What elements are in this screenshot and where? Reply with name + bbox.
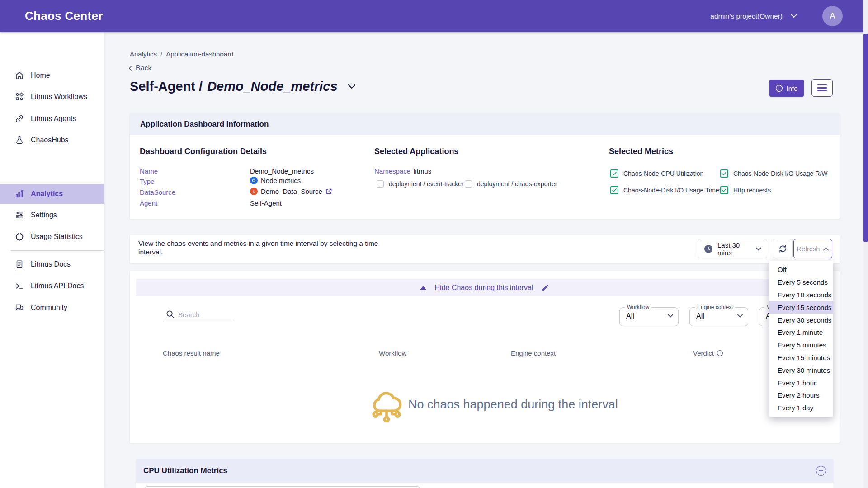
sidebar-item-home[interactable]: Home <box>0 66 104 85</box>
engine-context-filter-label: Engine context <box>695 304 735 310</box>
checkbox-checked[interactable] <box>720 169 728 178</box>
sidebar-item-label: Litmus API Docs <box>31 282 84 290</box>
cpu-metrics-panel <box>143 486 421 488</box>
checkbox-checked[interactable] <box>610 169 618 178</box>
sidebar-item-litmus-workflows[interactable]: Litmus Workflows <box>0 87 104 107</box>
sidebar-item-community[interactable]: Community <box>0 298 104 318</box>
metric-option-label: Http requests <box>733 187 771 194</box>
menu-item-every-30-minutes[interactable]: Every 30 minutes <box>769 364 833 376</box>
datasource-value: Demo_Data_Source <box>250 188 332 195</box>
chevron-down-icon <box>668 314 673 318</box>
sidebar-item-litmus-api-docs[interactable]: Litmus API Docs <box>0 276 104 296</box>
sidebar-item-usage-statistics[interactable]: Usage Statistics <box>0 227 104 247</box>
info-button[interactable]: Info <box>769 80 804 97</box>
scrollbar-thumb[interactable] <box>863 34 868 242</box>
interval-description: View the chaos events and metrics in a g… <box>138 239 385 256</box>
metric-option-label: Chaos-Node-Disk I/O Usage R/W <box>733 170 828 177</box>
name-value: Demo_Node_metrics <box>250 167 314 175</box>
workflow-filter-label: Workflow <box>625 304 651 310</box>
project-label: admin's project(Owner) <box>710 12 783 20</box>
external-link-icon[interactable] <box>326 188 332 195</box>
edit-pencil-icon[interactable] <box>542 284 549 291</box>
checkbox-checked[interactable] <box>720 186 728 194</box>
refresh-now-button[interactable] <box>773 239 793 258</box>
checkbox-unchecked[interactable] <box>465 180 472 188</box>
menu-item-every-15-seconds[interactable]: Every 15 seconds <box>769 301 833 314</box>
info-circle-icon <box>775 84 783 92</box>
menu-item-every-5-minutes[interactable]: Every 5 minutes <box>769 339 833 352</box>
empty-state-cloud-icon <box>368 386 405 430</box>
checkbox-checked[interactable] <box>610 186 618 194</box>
avatar[interactable]: A <box>822 6 843 26</box>
menu-item-every-5-seconds[interactable]: Every 5 seconds <box>769 276 833 289</box>
metric-option-label: Chaos-Node-Disk I/O Usage Times <box>623 187 722 194</box>
collapse-triangle-icon <box>420 286 426 290</box>
column-header-engine-context: Engine context <box>511 349 556 357</box>
cpu-metrics-header: CPU Utilization Metrics <box>136 459 833 483</box>
sidebar-item-analytics[interactable]: Analytics <box>0 184 104 204</box>
dashboard-name: Demo_Node_metrics <box>207 79 338 94</box>
column-header-chaos-result-name: Chaos result name <box>163 349 220 357</box>
menu-item-every-1-minute[interactable]: Every 1 minute <box>769 326 833 339</box>
refresh-rate-menu: Off Every 5 seconds Every 10 seconds Eve… <box>769 261 833 417</box>
chevron-left-icon <box>128 65 132 71</box>
hide-chaos-label: Hide Chaos during this interval <box>435 284 533 292</box>
menu-item-every-30-seconds[interactable]: Every 30 seconds <box>769 314 833 326</box>
sidebar-item-label: Community <box>31 304 67 312</box>
verdict-info-icon[interactable] <box>717 350 723 357</box>
chevron-up-icon <box>823 247 829 251</box>
cpu-metrics-title: CPU Utilization Metrics <box>143 466 227 475</box>
application-option-label: deployment / chaos-exporter <box>477 180 557 188</box>
breadcrumb-application-dashboard[interactable]: Application-dashboard <box>166 50 233 58</box>
menu-item-every-1-hour[interactable]: Every 1 hour <box>769 376 833 389</box>
avatar-initial: A <box>830 11 835 21</box>
sidebar-item-litmus-agents[interactable]: Litmus Agents <box>0 109 104 129</box>
refresh-rate-select[interactable]: Refresh <box>793 239 832 258</box>
engine-context-filter-value: All <box>696 312 704 320</box>
sidebar-item-chaoshubs[interactable]: ChaosHubs <box>0 130 104 150</box>
prometheus-icon <box>250 188 258 195</box>
back-button[interactable]: Back <box>128 64 152 72</box>
sidebar-item-label: Settings <box>31 211 57 219</box>
title-chevron-down-icon[interactable] <box>348 84 356 89</box>
menu-item-off[interactable]: Off <box>769 263 833 276</box>
sidebar-divider <box>10 250 104 251</box>
dashboard-info-card: Application Dashboard Information Dashbo… <box>130 113 840 219</box>
sidebar-item-settings[interactable]: Settings <box>0 205 104 225</box>
menu-item-every-15-minutes[interactable]: Every 15 minutes <box>769 352 833 364</box>
info-button-label: Info <box>786 84 797 92</box>
sidebar-item-label: Litmus Agents <box>31 115 76 123</box>
checkbox-unchecked[interactable] <box>377 180 384 188</box>
info-card-header: Application Dashboard Information <box>130 113 840 135</box>
sidebar-item-litmus-docs[interactable]: Litmus Docs <box>0 254 104 274</box>
chevron-down-icon <box>791 14 797 18</box>
metric-option: Http requests <box>720 186 771 194</box>
time-range-select[interactable]: Last 30 mins <box>698 239 767 258</box>
dashboard-menu-button[interactable] <box>811 79 833 97</box>
project-selector[interactable]: admin's project(Owner) <box>710 0 797 32</box>
engine-context-filter-select[interactable]: Engine context All <box>689 307 748 326</box>
clock-icon <box>704 244 713 253</box>
agents-icon <box>14 114 24 124</box>
chevron-down-icon <box>737 314 743 318</box>
menu-item-every-2-hours[interactable]: Every 2 hours <box>769 389 833 402</box>
chaoshub-icon <box>14 135 24 145</box>
metric-option: Chaos-Node-CPU Utilization <box>610 169 703 178</box>
namespace-label: Namespace <box>374 167 410 175</box>
selected-metrics-title: Selected Metrics <box>609 147 673 156</box>
scrollbar-track[interactable] <box>863 0 868 488</box>
menu-item-every-1-day[interactable]: Every 1 day <box>769 402 833 414</box>
sidebar-item-label: ChaosHubs <box>31 136 69 144</box>
dashboard-title-row: Self-Agent / Demo_Node_metrics <box>130 79 356 94</box>
breadcrumb-analytics[interactable]: Analytics <box>130 50 157 58</box>
menu-item-every-10-seconds[interactable]: Every 10 seconds <box>769 289 833 301</box>
column-header-verdict: Verdict <box>693 349 723 357</box>
type-value: Node metrics <box>250 177 301 184</box>
search-input[interactable] <box>178 311 230 319</box>
collapse-minus-icon[interactable] <box>816 466 826 476</box>
refresh-select-label: Refresh <box>797 245 820 253</box>
workflow-filter-select[interactable]: Workflow All <box>619 307 679 326</box>
column-header-workflow: Workflow <box>379 349 406 357</box>
hide-chaos-toggle-bar[interactable]: Hide Chaos during this interval <box>136 279 833 296</box>
breadcrumb: Analytics / Application-dashboard <box>130 50 233 58</box>
